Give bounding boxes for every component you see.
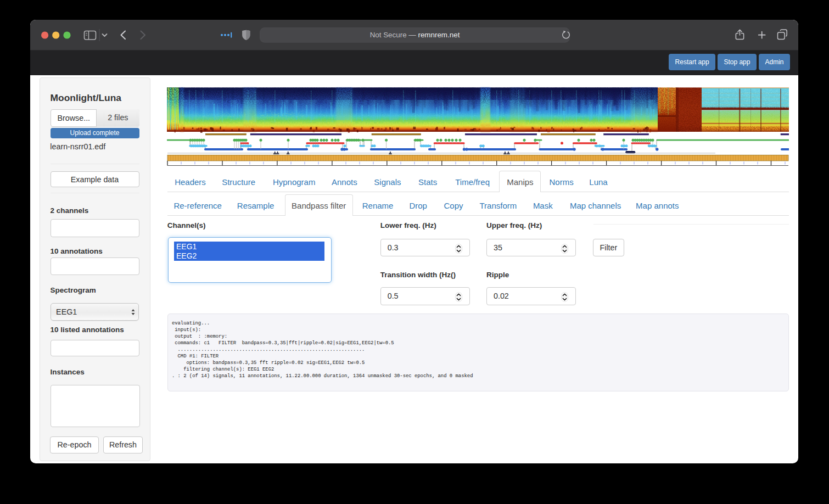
- svg-text:Not Secure — remnrem.net: Not Secure — remnrem.net: [370, 31, 460, 39]
